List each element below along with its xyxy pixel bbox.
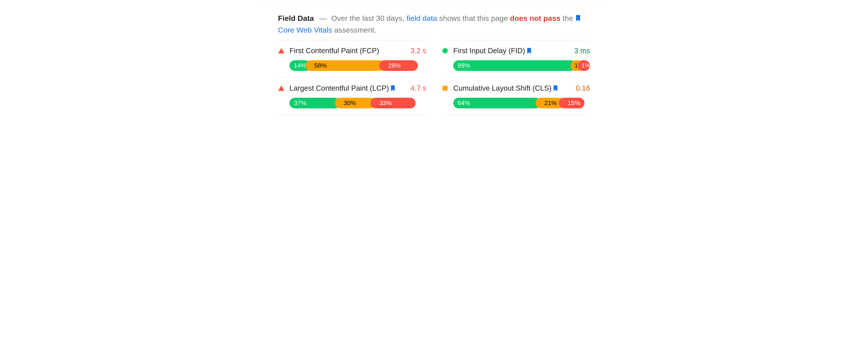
bookmark-icon [576,15,581,21]
field-data-panel: Field Data — Over the last 30 days, fiel… [264,0,604,124]
status-poor-icon [278,48,285,54]
metric-lcp: Largest Contentful Paint (LCP) 4.7 s 37%… [278,78,426,115]
distribution-bar: 37% 30% 33% [289,98,426,108]
metric-fcp: First Contentful Paint (FCP) 3.2 s 14% 5… [278,40,426,78]
segment-avg: 58% [305,60,385,71]
metric-value: 4.7 s [410,84,426,92]
metric-value: 3.2 s [410,47,426,55]
bookmark-icon [553,85,558,91]
field-data-summary: Field Data — Over the last 30 days, fiel… [278,12,590,36]
status-poor-icon [278,85,285,91]
segment-poor: 15% [559,98,585,108]
metric-label: First Contentful Paint (FCP) [289,47,410,55]
segment-poor: 33% [370,98,415,108]
distribution-bar: 64% 21% 15% [453,98,590,108]
metric-label: First Input Delay (FID) [453,47,574,55]
dash-separator: — [319,14,329,22]
segment-good: 37% [289,98,340,108]
status-good-icon [442,48,448,54]
metric-fid: First Input Delay (FID) 3 ms 99% 1% 1% [442,40,590,78]
segment-poor: 28% [379,60,417,71]
metric-label: Cumulative Layout Shift (CLS) [453,84,576,92]
metric-value: 3 ms [574,47,590,55]
segment-avg: 30% [335,98,376,108]
distribution-bar: 99% 1% 1% [453,60,590,71]
bookmark-icon [391,85,395,91]
core-web-vitals-link[interactable]: Core Web Vitals [278,26,332,34]
summary-text-post: the [563,14,573,22]
section-title: Field Data [278,14,314,22]
metrics-grid: First Contentful Paint (FCP) 3.2 s 14% 5… [278,40,590,115]
metric-value: 0.16 [576,84,590,92]
segment-poor: 1% [578,60,590,71]
status-avg-icon [442,85,448,91]
assessment-status: does not pass [510,14,561,22]
summary-text-tail: assessment. [334,26,376,34]
segment-good: 64% [453,98,541,108]
summary-text-mid: shows that this page [439,14,508,22]
field-data-link[interactable]: field data [407,14,437,22]
summary-text-pre: Over the last 30 days, [331,14,405,22]
distribution-bar: 14% 58% 28% [289,60,426,71]
bookmark-icon [527,48,531,54]
segment-good: 99% [453,60,576,71]
metric-cls: Cumulative Layout Shift (CLS) 0.16 64% 2… [442,78,590,115]
metric-label: Largest Contentful Paint (LCP) [289,84,410,92]
